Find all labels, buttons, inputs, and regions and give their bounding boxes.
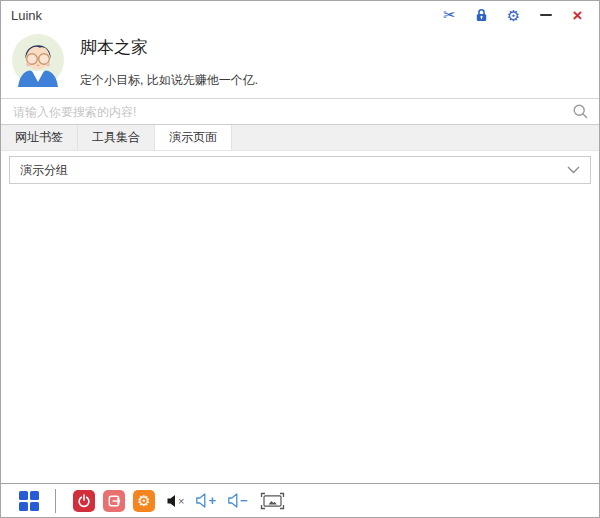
- mute-button[interactable]: ×: [166, 494, 184, 508]
- titlebar-icons: ✂ ⚙ ×: [441, 6, 589, 24]
- minimize-icon[interactable]: [537, 6, 554, 24]
- exit-button[interactable]: [103, 490, 125, 512]
- apps-grid-icon[interactable]: [19, 491, 39, 511]
- screen-capture-icon[interactable]: [260, 492, 285, 510]
- mute-mark: ×: [178, 495, 184, 507]
- power-button[interactable]: [73, 490, 95, 512]
- avatar[interactable]: [10, 31, 66, 87]
- search-input[interactable]: [11, 104, 572, 120]
- settings-button[interactable]: ⚙: [133, 490, 155, 512]
- volume-down-mark: −: [240, 493, 248, 508]
- cut-icon[interactable]: ✂: [441, 6, 458, 24]
- tab-bar: 网址书签 工具集合 演示页面: [1, 125, 599, 151]
- tab-bookmarks[interactable]: 网址书签: [1, 125, 78, 150]
- group-select[interactable]: 演示分组: [9, 156, 591, 184]
- tab-demo-page[interactable]: 演示页面: [155, 125, 232, 150]
- tab-tools[interactable]: 工具集合: [78, 125, 155, 150]
- chevron-down-icon: [567, 166, 580, 174]
- volume-down-button[interactable]: −: [227, 493, 248, 508]
- profile-name: 脚本之家: [80, 36, 258, 59]
- content-area: 演示分组: [1, 151, 599, 483]
- profile-motto: 定个小目标, 比如说先赚他一个亿.: [80, 72, 258, 89]
- settings-icon[interactable]: ⚙: [505, 6, 522, 24]
- window-title: Luink: [11, 8, 42, 23]
- volume-up-mark: +: [208, 493, 216, 508]
- group-select-value: 演示分组: [20, 162, 68, 179]
- search-icon[interactable]: [572, 103, 589, 120]
- titlebar: Luink ✂ ⚙ ×: [1, 1, 599, 29]
- toolbar-divider: [55, 489, 56, 513]
- volume-up-button[interactable]: +: [195, 493, 216, 508]
- bottom-toolbar: ⚙ × + −: [1, 483, 599, 517]
- lock-icon[interactable]: [473, 6, 490, 24]
- close-icon[interactable]: ×: [569, 6, 586, 24]
- profile-text: 脚本之家 定个小目标, 比如说先赚他一个亿.: [80, 31, 258, 89]
- profile-header: 脚本之家 定个小目标, 比如说先赚他一个亿.: [1, 29, 599, 98]
- app-window: Luink ✂ ⚙ ×: [0, 0, 600, 518]
- search-bar: [1, 98, 599, 125]
